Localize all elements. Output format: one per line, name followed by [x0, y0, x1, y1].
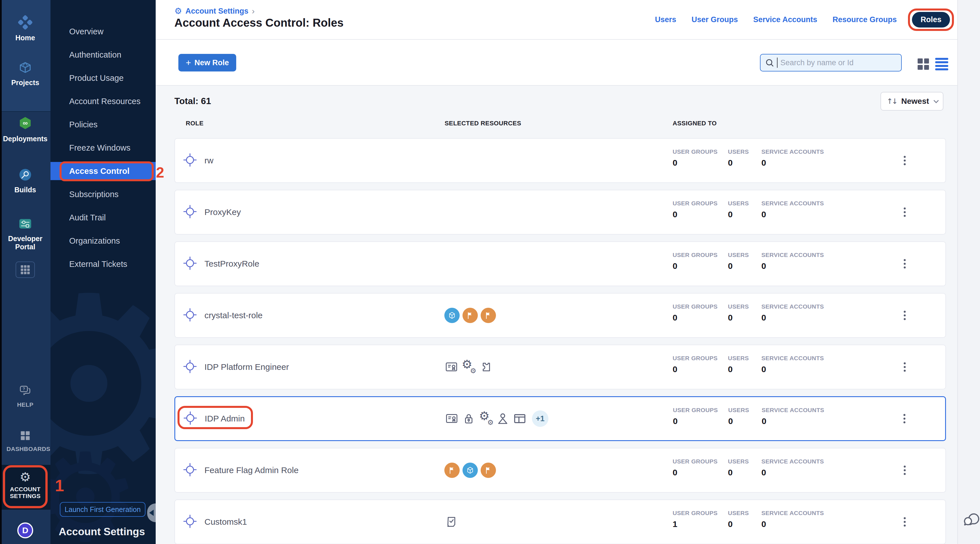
account-settings-sidebar: ⚙ ⚙ OverviewAuthenticationProduct UsageA… [51, 0, 156, 544]
rbac-tabs: UsersUser GroupsService AccountsResource… [655, 0, 950, 39]
rail-item-builds[interactable]: Builds [0, 167, 51, 194]
row-menu-button[interactable] [899, 515, 910, 529]
plus-icon: + [186, 58, 191, 67]
chat-support-icon[interactable] [963, 511, 980, 529]
column-header-assigned-to: ASSIGNED TO [673, 120, 717, 127]
rail-item-devportal[interactable]: Developer Portal [0, 217, 51, 251]
resource-flag-icon [444, 463, 460, 478]
selected-resources-cell [444, 500, 458, 544]
row-menu-button[interactable] [899, 205, 910, 219]
role-name[interactable]: IDP Admin [205, 414, 245, 423]
sidebar-item-subscriptions[interactable]: Subscriptions [51, 185, 156, 204]
row-menu-button[interactable] [899, 257, 910, 271]
role-row-crystal-test-role[interactable]: crystal-test-roleUSER GROUPS0USERS0SERVI… [174, 293, 946, 338]
role-name[interactable]: rw [204, 156, 213, 165]
assigned-service-accounts-label: SERVICE ACCOUNTS [761, 200, 824, 207]
resource-overflow-badge[interactable]: +1 [532, 410, 549, 427]
column-header-role: ROLE [186, 120, 204, 127]
role-row-feature-flag-admin-role[interactable]: Feature Flag Admin RoleUSER GROUPS0USERS… [174, 448, 946, 493]
assigned-users-count: 0 [728, 261, 733, 271]
role-row-idp-admin[interactable]: IDP Admin⚙⚙+1USER GROUPS0USERS0SERVICE A… [174, 396, 946, 441]
collapse-arrow-icon [149, 510, 154, 516]
svg-text:∞: ∞ [23, 119, 28, 127]
row-menu-button[interactable] [899, 360, 910, 374]
svg-text:?: ? [23, 387, 25, 391]
assigned-service-accounts-label: SERVICE ACCOUNTS [761, 510, 824, 517]
row-menu-button[interactable] [899, 154, 910, 168]
rail-item-deployments[interactable]: ∞Deployments [0, 116, 51, 143]
gear-icon: ⚙ [174, 7, 182, 15]
sidebar-item-access-control[interactable]: Access Control [51, 162, 156, 180]
roles-cards: rwUSER GROUPS0USERS0SERVICE ACCOUNTS0Pro… [174, 138, 946, 544]
assigned-users-label: USERS [728, 251, 749, 258]
row-menu-button[interactable] [899, 309, 910, 323]
sidebar-item-organizations[interactable]: Organizations [51, 232, 156, 250]
sort-dropdown[interactable]: ↑↓ Newest [880, 92, 943, 111]
assigned-service-accounts-label: SERVICE ACCOUNTS [761, 251, 824, 258]
sidebar-item-authentication[interactable]: Authentication [51, 46, 156, 64]
row-menu-button[interactable] [899, 463, 910, 477]
grid-view-icon[interactable] [918, 59, 929, 70]
tab-service-accounts[interactable]: Service Accounts [753, 15, 817, 24]
list-view-icon[interactable] [935, 58, 948, 70]
sidebar-item-audit-trail[interactable]: Audit Trail [51, 208, 156, 227]
assigned-user-groups-label: USER GROUPS [673, 200, 718, 207]
role-name[interactable]: IDP Platform Engineer [204, 362, 289, 372]
role-crosshair-icon [183, 308, 197, 323]
role-row-idp-platform-engineer[interactable]: IDP Platform Engineer⚙⚙USER GROUPS0USERS… [174, 345, 946, 390]
rail-item-projects[interactable]: Projects [0, 60, 51, 87]
rail-item-dashboards[interactable]: DASHBOARDS [0, 429, 51, 452]
rail-item-account-settings[interactable]: ⚙ACCOUNT SETTINGS [0, 471, 51, 499]
sidebar-item-product-usage[interactable]: Product Usage [51, 69, 156, 87]
new-role-button[interactable]: + New Role [178, 54, 236, 72]
tab-users[interactable]: Users [655, 15, 676, 24]
assigned-service-accounts-count: 0 [761, 364, 766, 374]
search-input[interactable] [780, 58, 897, 67]
role-cell: Customsk1 [183, 500, 247, 544]
resource-certificate-icon [444, 360, 458, 374]
role-name[interactable]: TestProxyRole [204, 259, 259, 269]
tab-resource-groups[interactable]: Resource Groups [832, 15, 897, 24]
role-name[interactable]: Customsk1 [204, 517, 247, 527]
assigned-user-groups-count: 0 [673, 416, 678, 426]
breadcrumb-link[interactable]: Account Settings [185, 7, 248, 16]
assigned-user-groups-count: 0 [673, 158, 678, 168]
sort-arrows-icon: ↑↓ [887, 97, 897, 105]
projects-icon [17, 60, 33, 76]
total-count: Total: 61 [174, 96, 211, 107]
search-box[interactable] [760, 54, 902, 72]
sidebar-item-freeze-windows[interactable]: Freeze Windows [51, 139, 156, 157]
role-row-testproxyrole[interactable]: TestProxyRoleUSER GROUPS0USERS0SERVICE A… [174, 241, 946, 286]
rail-item-help[interactable]: ?HELP [0, 385, 51, 408]
resource-layout-icon [513, 412, 527, 426]
role-cell: IDP Platform Engineer [183, 345, 289, 389]
role-crosshair-icon [183, 256, 197, 272]
role-name[interactable]: ProxyKey [204, 207, 241, 217]
selected-resources-cell [444, 294, 496, 337]
sidebar-item-account-resources[interactable]: Account Resources [51, 92, 156, 110]
rail-item-home[interactable]: Home [0, 15, 51, 42]
role-crosshair-icon [183, 463, 197, 478]
module-selector-button[interactable] [16, 261, 35, 278]
row-menu-button[interactable] [899, 412, 910, 426]
right-gutter [957, 0, 980, 544]
builds-icon [18, 167, 33, 183]
assigned-user-groups-label: USER GROUPS [673, 148, 718, 155]
new-role-label: New Role [194, 59, 229, 67]
role-name[interactable]: Feature Flag Admin Role [204, 465, 299, 475]
sidebar-item-external-tickets[interactable]: External Tickets [51, 255, 156, 273]
tab-roles[interactable]: Roles [912, 12, 950, 27]
resource-flag-icon [480, 308, 496, 323]
role-row-proxykey[interactable]: ProxyKeyUSER GROUPS0USERS0SERVICE ACCOUN… [174, 190, 946, 235]
role-cell: crystal-test-role [183, 294, 262, 337]
tab-user-groups[interactable]: User Groups [692, 15, 738, 24]
sidebar-item-policies[interactable]: Policies [51, 115, 156, 134]
role-row-rw[interactable]: rwUSER GROUPS0USERS0SERVICE ACCOUNTS0 [174, 138, 946, 183]
sidebar-item-overview[interactable]: Overview [51, 22, 156, 41]
user-avatar[interactable]: D [17, 522, 33, 538]
breadcrumb-separator: › [252, 6, 255, 16]
role-name[interactable]: crystal-test-role [204, 310, 262, 320]
assigned-users-label: USERS [728, 510, 749, 517]
launch-first-generation-button[interactable]: Launch First Generation [60, 502, 145, 517]
role-row-customsk1[interactable]: Customsk1USER GROUPS1USERS0SERVICE ACCOU… [174, 499, 946, 544]
